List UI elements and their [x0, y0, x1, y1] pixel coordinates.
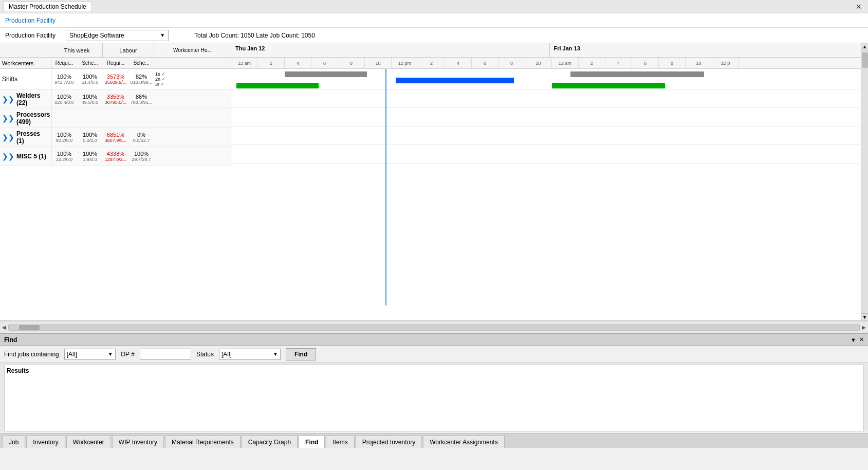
hour-8p: 8 [498, 58, 525, 68]
scroll-down-btn[interactable]: ▼ [861, 313, 868, 320]
scroll-right-btn[interactable]: ▶ [862, 324, 866, 330]
hour-2a2: 2 [579, 58, 605, 68]
processors-requi2 [103, 117, 128, 119]
shift-3: 3r ✓ [155, 82, 165, 87]
hour-8a: 8 [338, 58, 365, 68]
gantt-processors-row [231, 108, 868, 126]
find-panel: Find ▼ ✕ Find jobs containing [All] ▼ OP… [0, 333, 868, 431]
facility-link[interactable]: Production Facility [5, 17, 56, 24]
presses-sche2: 0% 0.0/52.7 [128, 131, 154, 144]
close-button[interactable]: ✕ [853, 2, 865, 12]
shifts-sche2: 82% 818.0/99... [128, 73, 154, 86]
presses-expand-icon[interactable]: ❯❯ [2, 133, 14, 141]
requi1-header: Requi... [51, 59, 77, 67]
scroll-up-btn[interactable]: ▲ [861, 43, 868, 50]
title-tab[interactable]: Master Production Schedule [3, 2, 92, 11]
title-text: Master Production Schedule [9, 3, 86, 10]
hour-2a: 2 [258, 58, 285, 68]
presses-sche1: 100% 0.0/0.0 [77, 131, 103, 144]
gantt-date2: Fri Jan 13 [550, 43, 869, 57]
hour-4a: 4 [285, 58, 311, 68]
find-jobs-arrow: ▼ [108, 351, 113, 357]
gantt-hours-group1: 12 am 2 4 6 8 10 12 pm 2 4 6 8 10 12 am … [231, 58, 739, 68]
find-minimize-btn[interactable]: ▼ [851, 337, 856, 343]
status-arrow: ▼ [273, 351, 278, 357]
scroll-left-btn[interactable]: ◀ [2, 324, 6, 330]
misc5-expand-icon[interactable]: ❯❯ [2, 152, 14, 160]
presses-requi1: 100% 90.2/0.0 [51, 131, 77, 144]
scroll-track-h[interactable] [8, 324, 860, 331]
results-label: Results [7, 367, 29, 374]
gantt-welders-row [231, 89, 868, 108]
status-dropdown[interactable]: [All] ▼ [219, 349, 281, 360]
facility-dropdown-arrow: ▼ [160, 32, 165, 38]
tab-inventory[interactable]: Inventory [26, 436, 65, 448]
find-close-btn[interactable]: ✕ [859, 336, 864, 343]
presses-row: ❯❯ Presses (1) 100% 90.2/0.0 100% 0.0/0.… [0, 128, 231, 147]
tab-job[interactable]: Job [2, 436, 25, 448]
op-hash-input[interactable] [140, 349, 191, 360]
workcenters-sublabel: Workcenters [0, 58, 51, 68]
facility-dropdown[interactable]: ShopEdge Software ▼ [66, 30, 169, 41]
tab-items[interactable]: Items [326, 436, 354, 448]
gantt-date1: Thu Jan 12 [231, 43, 550, 57]
labour-header: Labour [103, 43, 154, 57]
processors-sche2 [128, 117, 154, 119]
gantt-body [231, 69, 868, 305]
processors-name: ❯❯ Processors (499) [0, 109, 51, 128]
gantt-bar-gray1 [285, 71, 367, 77]
tab-capacity-graph[interactable]: Capacity Graph [242, 436, 298, 448]
misc5-requi2: 4338% 1287.0/2... [103, 150, 128, 163]
gantt-bar-green2 [552, 83, 665, 88]
tab-workcenter-assignments[interactable]: Workcenter Assignments [423, 436, 505, 448]
hour-10a2: 10 [686, 58, 712, 68]
find-button[interactable]: Find [286, 348, 316, 360]
hour-8a2: 8 [659, 58, 686, 68]
tab-workcenter[interactable]: Workcenter [66, 436, 111, 448]
sche1-header: Sche... [77, 59, 103, 67]
hour-12pm: 12 pm [392, 58, 418, 68]
welders-expand-icon[interactable]: ❯❯ [2, 95, 14, 103]
tab-material-requirements[interactable]: Material Requirements [165, 436, 241, 448]
hour-10p: 10 [525, 58, 552, 68]
hour-10a: 10 [365, 58, 392, 68]
misc5-row: ❯❯ MISC 5 (1) 100% 32.2/0.0 100% 1.9/0.0… [0, 147, 231, 166]
welders-sche1: 100% 49.5/0.0 [77, 93, 103, 106]
gantt-panel: Thu Jan 12 Fri Jan 13 12 am 2 4 6 8 10 1… [231, 43, 868, 320]
find-controls: Find jobs containing [All] ▼ OP # Status… [0, 346, 868, 363]
find-jobs-dropdown[interactable]: [All] ▼ [64, 349, 116, 360]
title-bar: Master Production Schedule ✕ [0, 0, 868, 13]
hour-6p: 6 [472, 58, 498, 68]
hour-4p: 4 [445, 58, 472, 68]
current-time-line [385, 69, 386, 305]
tab-projected-inventory[interactable]: Projected Inventory [356, 436, 422, 448]
hour-12am: 12 am [231, 58, 258, 68]
this-week-header: This week [51, 43, 103, 57]
welders-sche2: 86% 788.3/91... [128, 93, 154, 106]
misc5-sche2: 100% 29.7/29.7 [128, 150, 154, 163]
facility-label: Production Facility [5, 32, 56, 39]
welders-requi1: 100% 820.4/0.0 [51, 93, 77, 106]
misc5-requi1: 100% 32.2/0.0 [51, 150, 77, 163]
col-headers: This week Labour Workcenter Ho... [0, 43, 231, 58]
tab-find[interactable]: Find [299, 436, 325, 448]
facility-select-container: ShopEdge Software ▼ [66, 30, 169, 41]
presses-requi2: 6851% 3607.9/5... [103, 131, 128, 144]
hour-6a: 6 [311, 58, 338, 68]
gantt-misc5-row [231, 145, 868, 164]
job-count-info: Total Job Count: 1050 Late Job Count: 10… [194, 32, 315, 39]
requi2-header: Requi... [103, 59, 128, 67]
hour-4a2: 4 [605, 58, 632, 68]
shift-1: 1s ✓ [155, 71, 165, 77]
presses-name: ❯❯ Presses (1) [0, 128, 51, 147]
hour-12am2: 12 am [552, 58, 579, 68]
welders-requi2: 3359% 30795.0/... [103, 93, 128, 106]
scroll-track-v [861, 50, 868, 313]
horizontal-scroll-area: ◀ ▶ [0, 321, 868, 333]
scroll-thumb-h [19, 325, 40, 330]
shifts-sche1: 100% 51.4/0.0 [77, 73, 103, 86]
tab-wip-inventory[interactable]: WIP Inventory [112, 436, 164, 448]
processors-expand-icon[interactable]: ❯❯ [2, 114, 14, 122]
vertical-scrollbar[interactable]: ▲ ▼ [861, 43, 868, 320]
facility-value: ShopEdge Software [69, 32, 124, 39]
